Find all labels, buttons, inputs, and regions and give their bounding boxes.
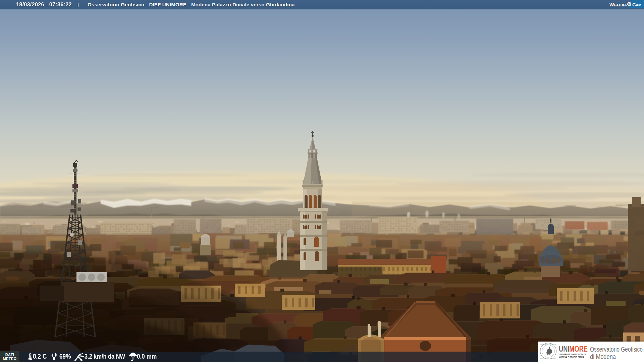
svg-text:MUTINENSIS ET REGIENSIS: MUTINENSIS ET REGIENSIS — [540, 358, 556, 359]
svg-text:CAM: CAM — [632, 2, 641, 7]
svg-text:UNIMORE: UNIMORE — [559, 345, 588, 353]
svg-text:MODENA E REGGIO EMILIA: MODENA E REGGIO EMILIA — [559, 356, 584, 359]
svg-text:Osservatorio Geofisico: Osservatorio Geofisico — [590, 345, 643, 353]
svg-text:WEATHER: WEATHER — [609, 2, 628, 7]
svg-text:UNIVERSITAS STUDIORUM: UNIVERSITAS STUDIORUM — [540, 344, 556, 345]
svg-text:di Modena: di Modena — [590, 353, 616, 360]
